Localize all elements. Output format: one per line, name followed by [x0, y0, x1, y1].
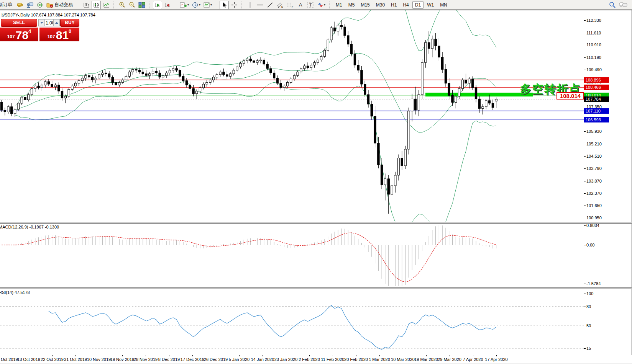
axis-tick — [584, 348, 586, 349]
timeframe-m15[interactable]: M15 — [358, 1, 372, 9]
axis-tick — [584, 294, 586, 294]
axis-tick — [584, 245, 586, 245]
toolbar-grip — [175, 2, 177, 8]
time-axis-label: 19 Mar 2020 — [414, 357, 438, 362]
price-axis-label: 110.910 — [586, 42, 601, 47]
svg-text:E: E — [281, 5, 283, 8]
macd-label: MACD(12,26,9) -0.1967 -0.1300 — [0, 225, 59, 229]
macd-axis-label: 0.00 — [586, 243, 594, 247]
price-axis-label: 101.650 — [586, 203, 602, 208]
time-axis-label: 31 Oct 2019 — [64, 357, 87, 362]
indicators-icon[interactable]: ▾ — [179, 1, 190, 9]
timeframe-m5[interactable]: M5 — [346, 1, 358, 9]
line-chart-icon[interactable] — [102, 1, 111, 9]
time-axis-tick — [286, 355, 286, 356]
timeframe-h4[interactable]: H4 — [400, 1, 411, 9]
zoom-in-icon[interactable] — [117, 1, 126, 9]
timeframe-w1[interactable]: W1 — [424, 1, 437, 9]
axis-tick — [584, 307, 586, 307]
buy-price-tile[interactable]: 107 81 0 — [39, 28, 79, 41]
dropdown-caret-icon: ▾ — [210, 3, 212, 7]
new-order-button[interactable]: 新订单 — [0, 1, 15, 9]
axis-tick — [584, 70, 586, 70]
time-axis-tick — [309, 355, 310, 356]
candlestick-chart-icon[interactable] — [92, 1, 101, 9]
profile-book-icon[interactable] — [15, 1, 25, 9]
volume-decrease-button[interactable] — [38, 19, 45, 26]
sell-price-tile[interactable]: 107 78 4 — [0, 28, 38, 41]
text-label-icon[interactable]: T — [306, 1, 315, 9]
axis-tick — [584, 45, 586, 45]
price-axis-label: 105.210 — [586, 142, 602, 146]
price-axis-label: 104.510 — [586, 154, 602, 158]
axis-tick — [584, 218, 586, 218]
time-axis-label: 10 Mar 2020 — [391, 357, 415, 362]
time-axis-tick — [122, 355, 123, 356]
price-axis-label: 109.490 — [586, 67, 602, 72]
horizontal-line-icon[interactable] — [255, 1, 264, 9]
price-line-badge: 107.784 — [584, 96, 609, 102]
time-axis-label: 23 Jan 2020 — [274, 357, 298, 362]
macd-pane[interactable] — [0, 224, 584, 287]
price-axis-line — [584, 10, 584, 355]
timeframe-d1[interactable]: D1 — [412, 1, 424, 9]
bar-chart-icon[interactable] — [82, 1, 91, 9]
time-axis-tick — [263, 355, 263, 356]
time-axis-tick — [496, 355, 497, 356]
dropdown-caret-icon: ▾ — [324, 3, 325, 7]
toolbar-grip — [241, 2, 243, 8]
timeframe-mn[interactable]: MN — [437, 1, 450, 9]
autoscroll-icon[interactable] — [153, 1, 162, 9]
axis-tick — [584, 284, 586, 284]
toolbar-grip — [329, 2, 331, 8]
time-axis-label: 2 Feb 2020 — [299, 357, 320, 362]
crosshair-icon[interactable] — [230, 1, 239, 9]
autotrading-button[interactable]: 自动交易 — [45, 1, 75, 9]
fibonacci-icon[interactable]: F — [286, 1, 295, 9]
time-axis-tick — [216, 355, 216, 356]
spinner-up-icon — [55, 22, 58, 24]
volume-input[interactable] — [45, 19, 54, 26]
trendline-icon[interactable] — [265, 1, 274, 9]
timeframe-m30[interactable]: M30 — [373, 1, 387, 9]
time-axis-label: 7 Apr 2020 — [463, 357, 483, 362]
price-axis-label: 102.370 — [586, 191, 602, 196]
main-chart[interactable] — [0, 10, 584, 222]
time-axis-label: 1 Mar 2020 — [369, 357, 390, 362]
time-axis-label: 5 Jan 2020 — [229, 357, 250, 362]
search-icon[interactable] — [607, 1, 617, 9]
open-account-icon[interactable] — [25, 1, 34, 9]
pane-separator[interactable] — [0, 287, 632, 289]
axis-tick — [584, 144, 586, 144]
signal-broadcast-icon[interactable] — [35, 1, 44, 9]
price-axis-label: 103.790 — [586, 166, 602, 171]
periods-icon[interactable]: ▾ — [191, 1, 202, 9]
templates-icon[interactable]: ▾ — [202, 1, 213, 9]
vertical-line-icon[interactable] — [245, 1, 254, 9]
chart-shift-icon[interactable] — [163, 1, 172, 9]
cursor-icon[interactable] — [220, 1, 229, 9]
toolbar-grip — [149, 2, 151, 8]
buy-button[interactable]: BUY — [60, 19, 79, 27]
time-axis[interactable]: Oct 201913 Oct 201922 Oct 201931 Oct 201… — [0, 355, 632, 363]
text-icon[interactable]: A — [296, 1, 305, 9]
rsi-axis-label: 15 — [586, 346, 591, 351]
arrows-icon[interactable]: ▾ — [316, 1, 327, 9]
zoom-out-icon[interactable] — [127, 1, 136, 9]
axis-tick — [584, 206, 586, 206]
equidistant-channel-icon[interactable]: E — [275, 1, 285, 9]
time-axis-tick — [333, 355, 333, 356]
time-axis-tick — [379, 355, 380, 356]
timeframe-h1[interactable]: H1 — [388, 1, 399, 9]
timeframe-m1[interactable]: M1 — [333, 1, 345, 9]
sell-button[interactable]: SELL — [1, 19, 37, 27]
chat-icon[interactable] — [618, 1, 629, 9]
tile-windows-icon[interactable] — [137, 1, 146, 9]
axis-tick — [584, 156, 586, 157]
axis-tick — [584, 326, 586, 326]
rsi-pane[interactable] — [0, 289, 584, 355]
pane-separator[interactable] — [0, 222, 632, 224]
time-axis-label: 22 Oct 2019 — [41, 357, 64, 362]
chart-window: USDJPY-,Daily 107.674 107.884 107.274 10… — [0, 10, 632, 364]
volume-increase-button[interactable] — [53, 19, 60, 26]
